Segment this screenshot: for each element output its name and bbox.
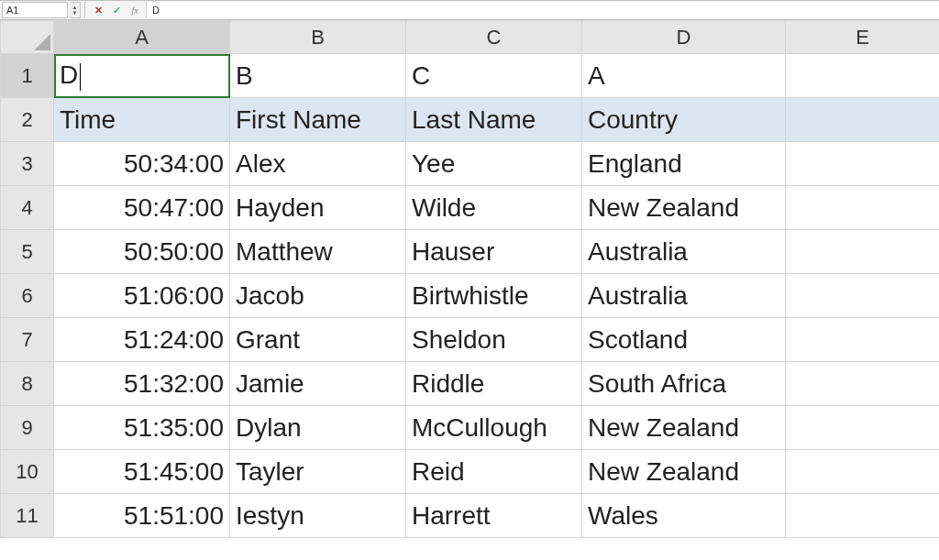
cell-C1[interactable]: C bbox=[406, 54, 582, 98]
row-header-8[interactable]: 8 bbox=[1, 362, 54, 406]
cell-A11[interactable]: 51:51:00 bbox=[54, 494, 230, 538]
row-10: 10 51:45:00 Tayler Reid New Zealand bbox=[1, 450, 940, 494]
cell-D10[interactable]: New Zealand bbox=[582, 450, 786, 494]
accept-icon[interactable]: ✓ bbox=[109, 3, 124, 17]
cell-A8[interactable]: 51:32:00 bbox=[54, 362, 230, 406]
select-all-corner[interactable] bbox=[1, 21, 54, 54]
cell-E11[interactable] bbox=[786, 494, 940, 538]
cell-E1[interactable] bbox=[786, 54, 940, 98]
grid-table: A B C D E 1 D B C A 2 Time First Name La… bbox=[0, 20, 939, 538]
divider bbox=[84, 2, 85, 18]
col-header-A[interactable]: A bbox=[54, 21, 230, 54]
cell-E10[interactable] bbox=[786, 450, 940, 494]
row-1: 1 D B C A bbox=[1, 54, 940, 98]
formula-bar: A1 ▲ ▼ ✕ ✓ fx D bbox=[0, 0, 939, 20]
cell-B4[interactable]: Hayden bbox=[230, 186, 406, 230]
col-header-E[interactable]: E bbox=[786, 21, 940, 54]
col-header-D[interactable]: D bbox=[582, 21, 786, 54]
row-6: 6 51:06:00 Jacob Birtwhistle Australia bbox=[1, 274, 940, 318]
cell-D3[interactable]: England bbox=[582, 142, 786, 186]
row-4: 4 50:47:00 Hayden Wilde New Zealand bbox=[1, 186, 940, 230]
column-header-row: A B C D E bbox=[1, 21, 940, 54]
row-header-2[interactable]: 2 bbox=[1, 98, 54, 142]
cell-D9[interactable]: New Zealand bbox=[582, 406, 786, 450]
row-header-9[interactable]: 9 bbox=[1, 406, 54, 450]
cell-B9[interactable]: Dylan bbox=[230, 406, 406, 450]
row-3: 3 50:34:00 Alex Yee England bbox=[1, 142, 940, 186]
cell-A7[interactable]: 51:24:00 bbox=[54, 318, 230, 362]
cell-D4[interactable]: New Zealand bbox=[582, 186, 786, 230]
cell-D11[interactable]: Wales bbox=[582, 494, 786, 538]
col-header-B[interactable]: B bbox=[230, 21, 406, 54]
row-header-5[interactable]: 5 bbox=[1, 230, 54, 274]
cell-A9[interactable]: 51:35:00 bbox=[54, 406, 230, 450]
formula-content: D bbox=[152, 5, 160, 16]
row-header-10[interactable]: 10 bbox=[1, 450, 54, 494]
cell-A4[interactable]: 50:47:00 bbox=[54, 186, 230, 230]
cell-B1[interactable]: B bbox=[230, 54, 406, 98]
cell-A6[interactable]: 51:06:00 bbox=[54, 274, 230, 318]
cell-C8[interactable]: Riddle bbox=[406, 362, 582, 406]
chevron-down-icon: ▼ bbox=[70, 10, 80, 16]
cell-D8[interactable]: South Africa bbox=[582, 362, 786, 406]
cell-C11[interactable]: Harrett bbox=[406, 494, 582, 538]
row-8: 8 51:32:00 Jamie Riddle South Africa bbox=[1, 362, 940, 406]
cell-A1[interactable]: D bbox=[54, 54, 230, 98]
cell-C10[interactable]: Reid bbox=[406, 450, 582, 494]
row-11: 11 51:51:00 Iestyn Harrett Wales bbox=[1, 494, 940, 538]
cell-D6[interactable]: Australia bbox=[582, 274, 786, 318]
cell-C6[interactable]: Birtwhistle bbox=[406, 274, 582, 318]
cell-E5[interactable] bbox=[786, 230, 940, 274]
cell-C2[interactable]: Last Name bbox=[406, 98, 582, 142]
cell-D5[interactable]: Australia bbox=[582, 230, 786, 274]
cell-E9[interactable] bbox=[786, 406, 940, 450]
cell-B10[interactable]: Tayler bbox=[230, 450, 406, 494]
cell-B6[interactable]: Jacob bbox=[230, 274, 406, 318]
row-header-1[interactable]: 1 bbox=[1, 54, 54, 98]
cell-E4[interactable] bbox=[786, 186, 940, 230]
row-header-4[interactable]: 4 bbox=[1, 186, 54, 230]
cell-E3[interactable] bbox=[786, 142, 940, 186]
cell-value: D bbox=[60, 60, 78, 89]
row-9: 9 51:35:00 Dylan McCullough New Zealand bbox=[1, 406, 940, 450]
fx-icon[interactable]: fx bbox=[127, 3, 142, 17]
cell-B3[interactable]: Alex bbox=[230, 142, 406, 186]
cell-C7[interactable]: Sheldon bbox=[406, 318, 582, 362]
cell-E2[interactable] bbox=[786, 98, 940, 142]
cell-B8[interactable]: Jamie bbox=[230, 362, 406, 406]
cell-A2[interactable]: Time bbox=[54, 98, 230, 142]
cell-D1[interactable]: A bbox=[582, 54, 786, 98]
col-header-C[interactable]: C bbox=[406, 21, 582, 54]
cell-B7[interactable]: Grant bbox=[230, 318, 406, 362]
row-header-11[interactable]: 11 bbox=[1, 494, 54, 538]
name-box-stepper[interactable]: ▲ ▼ bbox=[70, 2, 81, 18]
formula-input[interactable]: D bbox=[146, 2, 939, 18]
name-box[interactable]: A1 bbox=[2, 2, 68, 18]
cell-E8[interactable] bbox=[786, 362, 940, 406]
cell-E7[interactable] bbox=[786, 318, 940, 362]
cell-B2[interactable]: First Name bbox=[230, 98, 406, 142]
cancel-icon[interactable]: ✕ bbox=[91, 3, 105, 17]
row-header-3[interactable]: 3 bbox=[1, 142, 54, 186]
cell-C3[interactable]: Yee bbox=[406, 142, 582, 186]
cell-D7[interactable]: Scotland bbox=[582, 318, 786, 362]
cell-B11[interactable]: Iestyn bbox=[230, 494, 406, 538]
cell-C5[interactable]: Hauser bbox=[406, 230, 582, 274]
text-caret bbox=[80, 63, 81, 91]
cell-A3[interactable]: 50:34:00 bbox=[54, 142, 230, 186]
row-5: 5 50:50:00 Matthew Hauser Australia bbox=[1, 230, 940, 274]
row-header-7[interactable]: 7 bbox=[1, 318, 54, 362]
cell-D2[interactable]: Country bbox=[582, 98, 786, 142]
worksheet[interactable]: A B C D E 1 D B C A 2 Time First Name La… bbox=[0, 20, 939, 538]
cell-A5[interactable]: 50:50:00 bbox=[54, 230, 230, 274]
cell-C4[interactable]: Wilde bbox=[406, 186, 582, 230]
name-box-value: A1 bbox=[6, 5, 18, 16]
cell-A10[interactable]: 51:45:00 bbox=[54, 450, 230, 494]
row-header-6[interactable]: 6 bbox=[1, 274, 54, 318]
cell-B5[interactable]: Matthew bbox=[230, 230, 406, 274]
cell-C9[interactable]: McCullough bbox=[406, 406, 582, 450]
row-7: 7 51:24:00 Grant Sheldon Scotland bbox=[1, 318, 940, 362]
cell-E6[interactable] bbox=[786, 274, 940, 318]
row-2: 2 Time First Name Last Name Country bbox=[1, 98, 940, 142]
